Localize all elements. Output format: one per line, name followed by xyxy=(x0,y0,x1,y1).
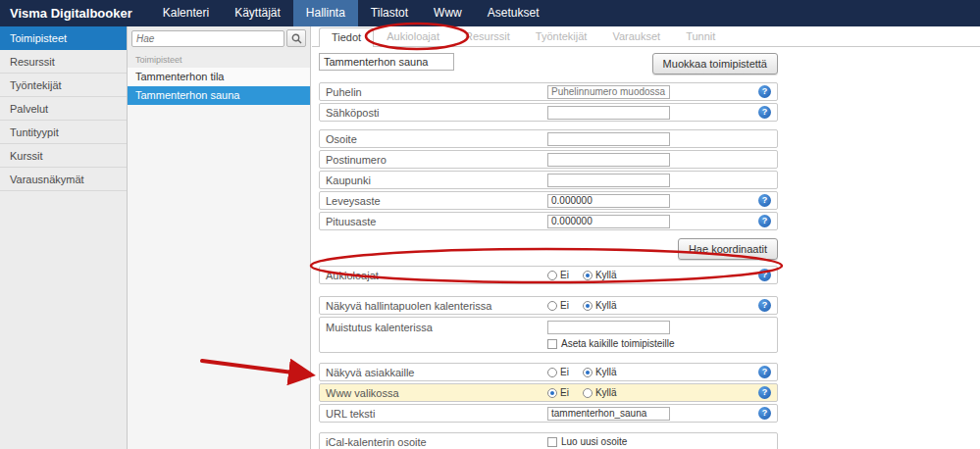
muistutus-input[interactable] xyxy=(547,321,670,334)
form-row-aukioloajat: Aukioloajat Ei Kyllä ? xyxy=(319,266,778,284)
www-valikossa-radio-ei[interactable]: Ei xyxy=(547,387,569,398)
list-item-tammenterhon-sauna[interactable]: Tammenterhon sauna xyxy=(128,86,310,105)
leveysaste-input[interactable] xyxy=(547,194,670,208)
aukioloajat-label: Aukioloajat xyxy=(326,269,547,281)
radio-circle xyxy=(547,368,557,377)
www-valikossa-label: Www valikossa xyxy=(326,386,547,399)
postinumero-label: Postinumero xyxy=(326,153,547,166)
sidebar-item-resurssit[interactable]: Resurssit xyxy=(0,50,127,74)
detail-tabs: Tiedot Aukioloajat Resurssit Työntekijät… xyxy=(312,26,980,47)
nakyva-asiakkaille-label: Näkyvä asiakkaille xyxy=(326,366,547,378)
sidebar-item-palvelut[interactable]: Palvelut xyxy=(0,97,127,121)
form-row-url-teksti: URL teksti ? xyxy=(319,404,778,423)
form-row-osoite: Osoite xyxy=(319,129,778,148)
help-icon[interactable]: ? xyxy=(758,407,771,420)
radio-circle xyxy=(547,388,557,398)
list-item-tammenterhon-tila[interactable]: Tammenterhon tila xyxy=(128,68,310,86)
search-icon xyxy=(291,33,302,44)
location-form: Puhelin ? Sähköposti ? Osoite P xyxy=(319,82,778,449)
postinumero-input[interactable] xyxy=(547,153,670,167)
ical-label: iCal-kalenterin osoite xyxy=(326,435,547,448)
nav-item-asetukset[interactable]: Asetukset xyxy=(475,0,552,26)
osoite-input[interactable] xyxy=(547,132,670,146)
aukioloajat-radio-ei[interactable]: Ei xyxy=(547,270,569,280)
search-button[interactable] xyxy=(286,29,306,47)
sidebar-item-tyontekijat[interactable]: Työntekijät xyxy=(0,74,127,97)
sidebar-item-toimipisteet[interactable]: Toimipisteet xyxy=(0,26,127,50)
tab-tiedot[interactable]: Tiedot xyxy=(319,27,374,47)
form-row-postinumero: Postinumero xyxy=(319,150,778,169)
hae-koordinaatit-button[interactable]: Hae koordinaatit xyxy=(678,238,778,260)
puhelin-label: Puhelin xyxy=(326,85,547,98)
pituusaste-input[interactable] xyxy=(547,215,670,228)
help-icon[interactable]: ? xyxy=(758,85,771,98)
sahkoposti-input[interactable] xyxy=(547,106,670,120)
nav-item-kayttajat[interactable]: Käyttäjät xyxy=(222,0,293,26)
tab-tunnit[interactable]: Tunnit xyxy=(673,26,728,46)
leveysaste-label: Leveysaste xyxy=(326,194,547,207)
location-name-input[interactable] xyxy=(319,53,454,71)
location-list-panel: Toimipisteet Tammenterhon tila Tammenter… xyxy=(128,26,311,449)
tab-resurssit[interactable]: Resurssit xyxy=(452,26,523,46)
radio-circle xyxy=(583,301,593,311)
search-bar xyxy=(128,26,310,50)
www-valikossa-radio-group: Ei Kyllä xyxy=(547,387,617,398)
help-icon[interactable]: ? xyxy=(758,269,771,281)
list-group-header: Toimipisteet xyxy=(128,50,310,68)
nakyva-asiakkaille-radio-group: Ei Kyllä xyxy=(547,367,617,377)
help-icon[interactable]: ? xyxy=(758,106,771,119)
puhelin-input[interactable] xyxy=(547,85,670,99)
luo-uusi-osoite-checkbox-wrap: Luo uusi osoite xyxy=(547,436,627,447)
help-icon[interactable]: ? xyxy=(758,194,771,207)
form-row-puhelin: Puhelin ? xyxy=(319,82,778,101)
url-teksti-label: URL teksti xyxy=(326,407,547,420)
form-row-www-valikossa: Www valikossa Ei Kyllä ? xyxy=(319,383,778,402)
aseta-kaikille-checkbox[interactable] xyxy=(547,339,557,349)
radio-circle xyxy=(583,388,593,398)
www-valikossa-radio-kylla[interactable]: Kyllä xyxy=(583,387,617,398)
aukioloajat-radio-kylla[interactable]: Kyllä xyxy=(583,270,617,280)
kaupunki-label: Kaupunki xyxy=(326,174,547,186)
form-row-nakyva-hallinta: Näkyvä hallintapuolen kalenterissa Ei Ky… xyxy=(319,296,778,315)
sahkoposti-label: Sähköposti xyxy=(326,106,547,119)
radio-circle xyxy=(547,271,557,280)
form-row-nakyva-asiakkaille: Näkyvä asiakkaille Ei Kyllä ? xyxy=(319,363,778,381)
osoite-label: Osoite xyxy=(326,132,547,145)
help-icon[interactable]: ? xyxy=(758,215,771,227)
form-row-leveysaste: Leveysaste ? xyxy=(319,191,778,210)
form-row-pituusaste: Pituusaste ? xyxy=(319,212,778,230)
edit-location-button[interactable]: Muokkaa toimipistettä xyxy=(652,53,778,75)
luo-uusi-osoite-checkbox[interactable] xyxy=(547,437,557,447)
nav-item-kalenteri[interactable]: Kalenteri xyxy=(150,0,222,26)
nakyva-hallinta-radio-ei[interactable]: Ei xyxy=(547,300,569,311)
nav-item-hallinta[interactable]: Hallinta xyxy=(293,0,358,26)
help-icon[interactable]: ? xyxy=(758,366,771,378)
nakyva-hallinta-radio-kylla[interactable]: Kyllä xyxy=(583,300,617,311)
hae-koordinaatit-row: Hae koordinaatit xyxy=(319,238,778,260)
url-teksti-input[interactable] xyxy=(547,407,670,421)
tab-tyontekijat[interactable]: Työntekijät xyxy=(523,26,600,46)
kaupunki-input[interactable] xyxy=(547,174,670,187)
muistutus-label: Muistutus kalenterissa xyxy=(326,321,547,333)
radio-circle xyxy=(583,271,593,280)
form-row-ical: iCal-kalenterin osoite Luo uusi osoite xyxy=(319,432,778,449)
aseta-kaikille-checkbox-wrap: Aseta kaikille toimipisteille xyxy=(547,338,675,349)
sidebar-item-varausnakymat[interactable]: Varausnäkymät xyxy=(0,168,127,191)
sidebar-item-tuntityypit[interactable]: Tuntityypit xyxy=(0,121,127,144)
nav-item-www[interactable]: Www xyxy=(421,0,475,26)
nav-item-tilastot[interactable]: Tilastot xyxy=(358,0,421,26)
aukioloajat-radio-group: Ei Kyllä xyxy=(547,270,617,280)
nakyva-hallinta-radio-group: Ei Kyllä xyxy=(547,300,617,311)
detail-header-row: Muokkaa toimipistettä xyxy=(319,53,778,75)
nakyva-asiakkaille-radio-kylla[interactable]: Kyllä xyxy=(583,367,617,377)
sidebar-item-kurssit[interactable]: Kurssit xyxy=(0,144,127,168)
form-row-kaupunki: Kaupunki xyxy=(319,171,778,189)
help-icon[interactable]: ? xyxy=(758,386,771,399)
tab-aukioloajat[interactable]: Aukioloajat xyxy=(374,26,452,46)
nakyva-asiakkaille-radio-ei[interactable]: Ei xyxy=(547,367,569,377)
form-row-sahkoposti: Sähköposti ? xyxy=(319,103,778,122)
help-icon[interactable]: ? xyxy=(758,299,771,312)
tab-varaukset[interactable]: Varaukset xyxy=(599,26,673,46)
search-input[interactable] xyxy=(131,30,284,47)
main-content: Tiedot Aukioloajat Resurssit Työntekijät… xyxy=(312,26,980,449)
